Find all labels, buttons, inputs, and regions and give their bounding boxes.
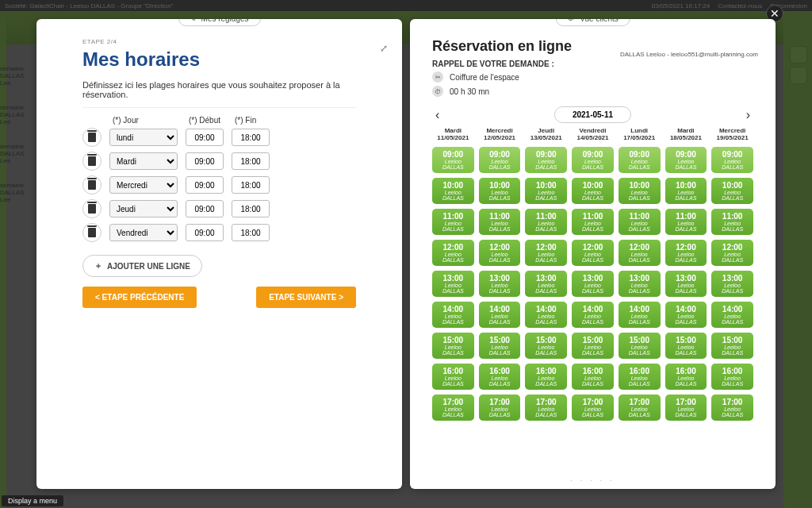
time-slot[interactable]: 17:00Leeloo DALLAS (711, 394, 753, 421)
time-slot[interactable]: 13:00Leeloo DALLAS (665, 271, 707, 297)
time-slot[interactable]: 16:00Leeloo DALLAS (711, 364, 753, 390)
tab-client-view[interactable]: 👁 Vue clients (555, 19, 630, 26)
end-time-input[interactable] (232, 152, 270, 170)
time-slot[interactable]: 13:00Leeloo DALLAS (525, 271, 567, 297)
start-time-input[interactable] (186, 176, 224, 194)
col-start: (*) Début (189, 116, 227, 125)
day-select[interactable]: Mardi (109, 152, 178, 170)
current-date[interactable]: 2021-05-11 (554, 106, 631, 123)
time-slot[interactable]: 14:00Leeloo DALLAS (432, 302, 474, 328)
time-slot[interactable]: 14:00Leeloo DALLAS (525, 302, 567, 328)
time-slot[interactable]: 10:00Leeloo DALLAS (665, 178, 707, 204)
time-slot[interactable]: 11:00Leeloo DALLAS (619, 209, 661, 235)
prev-week-button[interactable]: ‹ (432, 108, 442, 122)
time-slot[interactable]: 09:00Leeloo DALLAS (619, 147, 661, 173)
day-select[interactable]: Jeudi (109, 200, 178, 217)
time-slot[interactable]: 11:00Leeloo DALLAS (432, 209, 474, 235)
time-slot[interactable]: 15:00Leeloo DALLAS (432, 333, 474, 359)
time-slot[interactable]: 10:00Leeloo DALLAS (525, 178, 567, 204)
time-slot[interactable]: 14:00Leeloo DALLAS (479, 302, 521, 328)
time-slot[interactable]: 12:00Leeloo DALLAS (711, 240, 753, 266)
day-select[interactable]: Vendredi (109, 224, 178, 241)
tab-my-settings[interactable]: ✎ Mes réglages (178, 19, 260, 26)
delete-row-button[interactable] (82, 152, 102, 171)
time-slot[interactable]: 10:00Leeloo DALLAS (572, 178, 614, 204)
schedule-row: Vendredi (82, 223, 356, 242)
time-slot[interactable]: 15:00Leeloo DALLAS (711, 333, 753, 359)
time-slot[interactable]: 16:00Leeloo DALLAS (479, 364, 521, 390)
time-slot[interactable]: 12:00Leeloo DALLAS (665, 240, 707, 266)
time-slot[interactable]: 11:00Leeloo DALLAS (572, 209, 614, 235)
time-slot[interactable]: 10:00Leeloo DALLAS (711, 178, 753, 204)
day-select[interactable]: Mercredi (109, 176, 178, 194)
panel-client-view: 👁 Vue clients Réservation en ligne DALLA… (410, 19, 776, 489)
next-week-button[interactable]: › (743, 108, 753, 122)
delete-row-button[interactable] (82, 223, 102, 242)
time-slot[interactable]: 16:00Leeloo DALLAS (665, 364, 707, 390)
time-slot[interactable]: 09:00Leeloo DALLAS (525, 147, 567, 173)
time-slot[interactable]: 11:00Leeloo DALLAS (711, 209, 753, 235)
time-slot[interactable]: 10:00Leeloo DALLAS (479, 178, 521, 204)
end-time-input[interactable] (232, 224, 270, 241)
time-slot[interactable]: 14:00Leeloo DALLAS (665, 302, 707, 328)
time-slot[interactable]: 12:00Leeloo DALLAS (572, 240, 614, 266)
time-slot[interactable]: 16:00Leeloo DALLAS (572, 364, 614, 390)
time-slot[interactable]: 17:00Leeloo DALLAS (572, 394, 614, 421)
clock-icon: ⏱ (432, 86, 443, 97)
time-slot[interactable]: 16:00Leeloo DALLAS (432, 364, 474, 390)
start-time-input[interactable] (186, 129, 224, 146)
delete-row-button[interactable] (82, 199, 102, 218)
time-slot[interactable]: 09:00Leeloo DALLAS (572, 147, 614, 173)
time-slot[interactable]: 15:00Leeloo DALLAS (479, 333, 521, 359)
time-slot[interactable]: 12:00Leeloo DALLAS (525, 240, 567, 266)
time-slot[interactable]: 10:00Leeloo DALLAS (619, 178, 661, 204)
time-slot[interactable]: 17:00Leeloo DALLAS (619, 394, 661, 421)
pencil-icon: ✎ (190, 19, 196, 23)
time-slot[interactable]: 15:00Leeloo DALLAS (525, 333, 567, 359)
time-slot[interactable]: 14:00Leeloo DALLAS (619, 302, 661, 328)
day-select[interactable]: lundi (109, 129, 178, 146)
time-slot[interactable]: 16:00Leeloo DALLAS (619, 364, 661, 390)
time-slot[interactable]: 11:00Leeloo DALLAS (665, 209, 707, 235)
time-slot[interactable]: 14:00Leeloo DALLAS (711, 302, 753, 328)
time-slot[interactable]: 13:00Leeloo DALLAS (711, 271, 753, 297)
time-slot[interactable]: 16:00Leeloo DALLAS (525, 364, 567, 390)
modal: ✎ Mes réglages ⤢ ETAPE 2/4 Mes horaires … (36, 19, 776, 489)
end-time-input[interactable] (232, 176, 270, 194)
start-time-input[interactable] (186, 200, 224, 217)
time-slot[interactable]: 15:00Leeloo DALLAS (665, 333, 707, 359)
time-slot[interactable]: 17:00Leeloo DALLAS (432, 394, 474, 421)
time-slot[interactable]: 09:00Leeloo DALLAS (665, 147, 707, 173)
add-row-button[interactable]: ＋ AJOUTER UNE LIGNE (82, 255, 202, 277)
delete-row-button[interactable] (82, 175, 102, 194)
time-slot[interactable]: 12:00Leeloo DALLAS (479, 240, 521, 266)
time-slot[interactable]: 14:00Leeloo DALLAS (572, 302, 614, 328)
start-time-input[interactable] (186, 152, 224, 170)
end-time-input[interactable] (232, 129, 270, 146)
time-slot[interactable]: 13:00Leeloo DALLAS (432, 271, 474, 297)
time-slot[interactable]: 09:00Leeloo DALLAS (432, 147, 474, 173)
time-slot[interactable]: 17:00Leeloo DALLAS (479, 394, 521, 421)
time-slot[interactable]: 15:00Leeloo DALLAS (619, 333, 661, 359)
time-slot[interactable]: 09:00Leeloo DALLAS (479, 147, 521, 173)
time-slot[interactable]: 11:00Leeloo DALLAS (479, 209, 521, 235)
time-slot[interactable]: 17:00Leeloo DALLAS (525, 394, 567, 421)
start-time-input[interactable] (186, 224, 224, 241)
delete-row-button[interactable] (82, 128, 102, 147)
expand-icon[interactable]: ⤢ (380, 43, 388, 54)
time-slot[interactable]: 13:00Leeloo DALLAS (479, 271, 521, 297)
time-slot[interactable]: 11:00Leeloo DALLAS (525, 209, 567, 235)
prev-step-button[interactable]: < ETAPE PRÉCÉDENTE (82, 287, 197, 308)
status-menu[interactable]: Display a menu (2, 495, 63, 506)
next-step-button[interactable]: ETAPE SUIVANTE > (256, 287, 356, 308)
time-slot[interactable]: 17:00Leeloo DALLAS (665, 394, 707, 421)
time-slot[interactable]: 13:00Leeloo DALLAS (572, 271, 614, 297)
time-slot[interactable]: 12:00Leeloo DALLAS (432, 240, 474, 266)
time-slot[interactable]: 15:00Leeloo DALLAS (572, 333, 614, 359)
add-row-label: AJOUTER UNE LIGNE (107, 262, 190, 271)
time-slot[interactable]: 10:00Leeloo DALLAS (432, 178, 474, 204)
time-slot[interactable]: 09:00Leeloo DALLAS (711, 147, 753, 173)
time-slot[interactable]: 13:00Leeloo DALLAS (619, 271, 661, 297)
end-time-input[interactable] (232, 200, 270, 217)
time-slot[interactable]: 12:00Leeloo DALLAS (619, 240, 661, 266)
